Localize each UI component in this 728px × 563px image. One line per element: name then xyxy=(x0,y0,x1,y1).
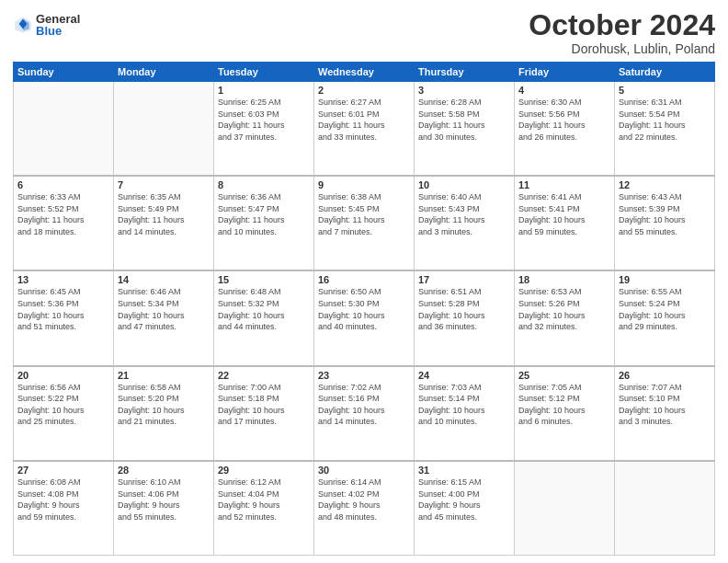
logo: General Blue xyxy=(13,13,80,37)
day-number: 18 xyxy=(518,274,610,285)
col-thursday: Thursday xyxy=(415,63,515,82)
calendar-cell: 8Sunrise: 6:36 AMSunset: 5:47 PMDaylight… xyxy=(214,176,314,270)
location-subtitle: Dorohusk, Lublin, Poland xyxy=(529,41,715,56)
day-detail: Sunrise: 6:31 AMSunset: 5:54 PMDaylight:… xyxy=(619,97,711,143)
day-number: 29 xyxy=(218,465,310,476)
calendar-cell: 14Sunrise: 6:46 AMSunset: 5:34 PMDayligh… xyxy=(114,270,214,365)
day-number: 4 xyxy=(518,85,610,96)
day-number: 8 xyxy=(218,179,310,190)
calendar-week-5: 27Sunrise: 6:08 AMSunset: 4:08 PMDayligh… xyxy=(14,461,715,556)
calendar-cell: 19Sunrise: 6:55 AMSunset: 5:24 PMDayligh… xyxy=(615,270,715,365)
day-detail: Sunrise: 6:12 AMSunset: 4:04 PMDaylight:… xyxy=(218,477,310,523)
calendar-cell: 21Sunrise: 6:58 AMSunset: 5:20 PMDayligh… xyxy=(114,366,214,461)
col-friday: Friday xyxy=(515,63,615,82)
calendar-cell: 28Sunrise: 6:10 AMSunset: 4:06 PMDayligh… xyxy=(114,461,214,556)
day-detail: Sunrise: 6:46 AMSunset: 5:34 PMDaylight:… xyxy=(118,286,210,332)
day-detail: Sunrise: 6:27 AMSunset: 6:01 PMDaylight:… xyxy=(318,97,410,143)
day-number: 15 xyxy=(218,274,310,285)
day-detail: Sunrise: 6:55 AMSunset: 5:24 PMDaylight:… xyxy=(619,286,711,332)
day-detail: Sunrise: 6:50 AMSunset: 5:30 PMDaylight:… xyxy=(318,286,410,332)
page: General Blue October 2024 Dorohusk, Lubl… xyxy=(0,0,728,563)
day-detail: Sunrise: 6:30 AMSunset: 5:56 PMDaylight:… xyxy=(518,97,610,143)
calendar-cell: 24Sunrise: 7:03 AMSunset: 5:14 PMDayligh… xyxy=(415,366,515,461)
day-number: 11 xyxy=(518,179,610,190)
day-detail: Sunrise: 6:36 AMSunset: 5:47 PMDaylight:… xyxy=(218,191,310,237)
day-detail: Sunrise: 6:45 AMSunset: 5:36 PMDaylight:… xyxy=(17,286,109,332)
calendar-cell: 23Sunrise: 7:02 AMSunset: 5:16 PMDayligh… xyxy=(314,366,415,461)
calendar-cell: 12Sunrise: 6:43 AMSunset: 5:39 PMDayligh… xyxy=(615,176,715,270)
calendar-cell: 10Sunrise: 6:40 AMSunset: 5:43 PMDayligh… xyxy=(415,176,515,270)
day-number: 24 xyxy=(418,370,510,381)
calendar-cell: 25Sunrise: 7:05 AMSunset: 5:12 PMDayligh… xyxy=(515,366,615,461)
calendar-cell: 26Sunrise: 7:07 AMSunset: 5:10 PMDayligh… xyxy=(615,366,715,461)
day-number: 17 xyxy=(418,274,510,285)
day-detail: Sunrise: 7:07 AMSunset: 5:10 PMDaylight:… xyxy=(619,382,711,428)
day-number: 16 xyxy=(318,274,410,285)
calendar-cell: 5Sunrise: 6:31 AMSunset: 5:54 PMDaylight… xyxy=(615,82,715,177)
calendar-cell: 11Sunrise: 6:41 AMSunset: 5:41 PMDayligh… xyxy=(515,176,615,270)
day-number: 22 xyxy=(218,370,310,381)
calendar-cell xyxy=(14,82,114,177)
day-detail: Sunrise: 6:56 AMSunset: 5:22 PMDaylight:… xyxy=(17,382,109,428)
header-row: Sunday Monday Tuesday Wednesday Thursday… xyxy=(14,63,715,82)
calendar-cell: 3Sunrise: 6:28 AMSunset: 5:58 PMDaylight… xyxy=(415,82,515,177)
day-detail: Sunrise: 6:41 AMSunset: 5:41 PMDaylight:… xyxy=(518,191,610,237)
day-number: 9 xyxy=(318,179,410,190)
col-wednesday: Wednesday xyxy=(314,63,415,82)
calendar-cell: 27Sunrise: 6:08 AMSunset: 4:08 PMDayligh… xyxy=(14,461,114,556)
day-detail: Sunrise: 6:38 AMSunset: 5:45 PMDaylight:… xyxy=(318,191,410,237)
day-detail: Sunrise: 7:00 AMSunset: 5:18 PMDaylight:… xyxy=(218,382,310,428)
logo-icon xyxy=(13,15,33,35)
day-detail: Sunrise: 6:43 AMSunset: 5:39 PMDaylight:… xyxy=(619,191,711,237)
calendar-cell: 31Sunrise: 6:15 AMSunset: 4:00 PMDayligh… xyxy=(415,461,515,556)
day-detail: Sunrise: 6:15 AMSunset: 4:00 PMDaylight:… xyxy=(418,477,510,523)
day-detail: Sunrise: 6:14 AMSunset: 4:02 PMDaylight:… xyxy=(318,477,410,523)
day-number: 27 xyxy=(17,465,109,476)
day-detail: Sunrise: 6:53 AMSunset: 5:26 PMDaylight:… xyxy=(518,286,610,332)
calendar-cell: 15Sunrise: 6:48 AMSunset: 5:32 PMDayligh… xyxy=(214,270,314,365)
day-detail: Sunrise: 6:40 AMSunset: 5:43 PMDaylight:… xyxy=(418,191,510,237)
calendar-cell: 9Sunrise: 6:38 AMSunset: 5:45 PMDaylight… xyxy=(314,176,415,270)
col-tuesday: Tuesday xyxy=(214,63,314,82)
calendar-cell: 1Sunrise: 6:25 AMSunset: 6:03 PMDaylight… xyxy=(214,82,314,177)
calendar-cell: 20Sunrise: 6:56 AMSunset: 5:22 PMDayligh… xyxy=(14,366,114,461)
day-detail: Sunrise: 6:28 AMSunset: 5:58 PMDaylight:… xyxy=(418,97,510,143)
day-number: 25 xyxy=(518,370,610,381)
month-title: October 2024 xyxy=(529,9,715,41)
calendar-table: Sunday Monday Tuesday Wednesday Thursday… xyxy=(13,62,715,556)
calendar-week-4: 20Sunrise: 6:56 AMSunset: 5:22 PMDayligh… xyxy=(14,366,715,461)
day-number: 28 xyxy=(118,465,210,476)
day-number: 5 xyxy=(619,85,711,96)
day-detail: Sunrise: 6:08 AMSunset: 4:08 PMDaylight:… xyxy=(17,477,109,523)
day-number: 13 xyxy=(17,274,109,285)
day-number: 12 xyxy=(619,179,711,190)
calendar-week-2: 6Sunrise: 6:33 AMSunset: 5:52 PMDaylight… xyxy=(14,176,715,270)
day-number: 31 xyxy=(418,465,510,476)
calendar-cell: 7Sunrise: 6:35 AMSunset: 5:49 PMDaylight… xyxy=(114,176,214,270)
day-detail: Sunrise: 6:10 AMSunset: 4:06 PMDaylight:… xyxy=(118,477,210,523)
calendar-cell: 2Sunrise: 6:27 AMSunset: 6:01 PMDaylight… xyxy=(314,82,415,177)
header: General Blue October 2024 Dorohusk, Lubl… xyxy=(13,9,715,56)
day-number: 10 xyxy=(418,179,510,190)
day-detail: Sunrise: 6:51 AMSunset: 5:28 PMDaylight:… xyxy=(418,286,510,332)
calendar-cell: 16Sunrise: 6:50 AMSunset: 5:30 PMDayligh… xyxy=(314,270,415,365)
day-number: 2 xyxy=(318,85,410,96)
calendar-cell: 6Sunrise: 6:33 AMSunset: 5:52 PMDaylight… xyxy=(14,176,114,270)
day-detail: Sunrise: 6:33 AMSunset: 5:52 PMDaylight:… xyxy=(17,191,109,237)
calendar-cell: 22Sunrise: 7:00 AMSunset: 5:18 PMDayligh… xyxy=(214,366,314,461)
day-number: 14 xyxy=(118,274,210,285)
logo-blue: Blue xyxy=(36,25,80,37)
day-detail: Sunrise: 6:48 AMSunset: 5:32 PMDaylight:… xyxy=(218,286,310,332)
calendar-cell: 4Sunrise: 6:30 AMSunset: 5:56 PMDaylight… xyxy=(515,82,615,177)
calendar-week-3: 13Sunrise: 6:45 AMSunset: 5:36 PMDayligh… xyxy=(14,270,715,365)
day-number: 3 xyxy=(418,85,510,96)
day-number: 26 xyxy=(619,370,711,381)
calendar-cell: 18Sunrise: 6:53 AMSunset: 5:26 PMDayligh… xyxy=(515,270,615,365)
day-number: 20 xyxy=(17,370,109,381)
day-number: 1 xyxy=(218,85,310,96)
day-detail: Sunrise: 6:35 AMSunset: 5:49 PMDaylight:… xyxy=(118,191,210,237)
day-number: 23 xyxy=(318,370,410,381)
day-number: 21 xyxy=(118,370,210,381)
col-sunday: Sunday xyxy=(14,63,114,82)
calendar-cell xyxy=(515,461,615,556)
